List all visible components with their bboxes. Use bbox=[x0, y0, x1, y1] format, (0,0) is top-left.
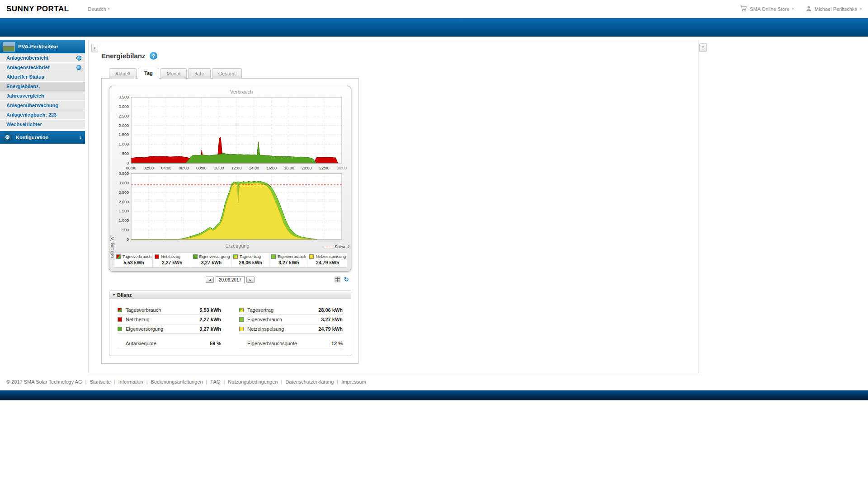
sidebar-item-anlagensteckbrief[interactable]: Anlagensteckbrief bbox=[0, 63, 85, 72]
footer-separator: | bbox=[223, 379, 225, 385]
sidebar-item-energiebilanz[interactable]: Energiebilanz bbox=[0, 82, 85, 91]
footer-link-faq[interactable]: FAQ bbox=[210, 379, 220, 385]
sidebar-item-konfiguration[interactable]: ⚙ Konfiguration › bbox=[0, 131, 85, 144]
verbrauch-chart-title: Verbrauch bbox=[110, 89, 352, 96]
user-menu[interactable]: Michael Perlitschke ▾ bbox=[806, 5, 862, 13]
plant-header[interactable]: PVA-Perlitschke bbox=[0, 40, 85, 53]
footer-link-startseite[interactable]: Startseite bbox=[90, 379, 110, 385]
legend-swatch-icon bbox=[193, 254, 198, 259]
bilanz-label: Netzeinspeisung bbox=[247, 326, 315, 332]
help-icon[interactable]: ? bbox=[150, 52, 157, 60]
sma-online-store-link[interactable]: SMA Online Store ▾ bbox=[740, 5, 794, 13]
svg-text:500: 500 bbox=[122, 151, 129, 156]
sidebar-item-jahresvergleich[interactable]: Jahresvergleich bbox=[0, 91, 85, 101]
svg-text:02:00: 02:00 bbox=[144, 166, 154, 170]
store-label: SMA Online Store bbox=[750, 6, 789, 12]
tab-aktuell[interactable]: Aktuell bbox=[109, 68, 137, 79]
bilanz-quote-row: Eigenverbrauchsquote12 % bbox=[239, 339, 343, 348]
user-name: Michael Perlitschke bbox=[815, 6, 858, 12]
legend-value: 24,79 kWh bbox=[309, 260, 346, 265]
footer-link-information[interactable]: Information bbox=[118, 379, 143, 385]
refresh-icon[interactable]: ↻ bbox=[343, 276, 349, 282]
bilanz-label: Eigenversorgung bbox=[126, 326, 196, 332]
erzeugung-chart: 05001.0001.5002.0002.5003.0003.500 bbox=[110, 172, 352, 242]
next-day-button[interactable]: ► bbox=[246, 277, 255, 283]
legend-label: Eigenversorgung bbox=[199, 254, 230, 259]
svg-text:18:00: 18:00 bbox=[284, 166, 294, 170]
sidebar-item-anlagenlogbuch-223[interactable]: Anlagenlogbuch: 223 bbox=[0, 110, 85, 120]
footer-separator: | bbox=[85, 379, 87, 385]
tab-panel: Leistung [W] Verbrauch 05001.0001.5002.0… bbox=[101, 78, 359, 364]
svg-text:3.500: 3.500 bbox=[118, 95, 129, 99]
svg-text:08:00: 08:00 bbox=[196, 166, 207, 170]
bottom-bar bbox=[0, 390, 868, 400]
table-view-icon[interactable] bbox=[334, 276, 340, 282]
tab-jahr[interactable]: Jahr bbox=[188, 68, 210, 79]
scroll-top-button[interactable]: ^ bbox=[699, 43, 707, 52]
bilanz-swatch-icon bbox=[239, 308, 244, 312]
svg-text:1.500: 1.500 bbox=[118, 132, 129, 137]
page-title: Energiebilanz bbox=[101, 52, 146, 60]
bilanz-label: Eigenverbrauch bbox=[247, 317, 317, 322]
bilanz-swatch-icon bbox=[239, 327, 244, 331]
gear-icon: ⚙ bbox=[3, 133, 12, 142]
svg-text:10:00: 10:00 bbox=[214, 166, 224, 170]
language-label: Deutsch bbox=[88, 6, 106, 12]
bilanz-row: Netzeinspeisung24,79 kWh bbox=[239, 324, 343, 334]
svg-text:1.000: 1.000 bbox=[118, 142, 129, 146]
date-input[interactable] bbox=[216, 276, 245, 283]
legend-swatch-icon bbox=[233, 254, 238, 259]
tab-tag[interactable]: Tag bbox=[138, 68, 159, 79]
bilanz-header[interactable]: ▾ Bilanz bbox=[109, 291, 351, 299]
svg-text:2.000: 2.000 bbox=[118, 200, 129, 204]
svg-text:16:00: 16:00 bbox=[266, 166, 277, 170]
previous-day-button[interactable]: ◄ bbox=[206, 277, 214, 283]
bilanz-quote-label: Autarkiequote bbox=[118, 341, 206, 346]
legend-item-top: Netzbezug bbox=[155, 254, 189, 259]
svg-text:22:00: 22:00 bbox=[319, 166, 330, 170]
footer-link-bedienungsanleitungen[interactable]: Bedienungsanleitungen bbox=[151, 379, 203, 385]
footer-link-datenschutzerkl-rung[interactable]: Datenschutzerklärung bbox=[285, 379, 334, 385]
sidebar-item-label: Energiebilanz bbox=[6, 84, 39, 89]
tab-monat[interactable]: Monat bbox=[160, 68, 187, 79]
sidebar-item-aktueller-status[interactable]: Aktueller Status bbox=[0, 72, 85, 82]
config-label: Konfiguration bbox=[16, 135, 48, 140]
sidebar-item-label: Wechselrichter bbox=[6, 122, 42, 127]
legend-item-top: Netzeinspeisung bbox=[309, 254, 346, 259]
copyright: © 2017 SMA Solar Technology AG bbox=[6, 379, 82, 385]
sollwert-label: Sollwert bbox=[335, 244, 349, 249]
sidebar-item-label: Anlagenüberwachung bbox=[6, 103, 58, 108]
legend-item: Eigenversorgung3,27 kWh bbox=[191, 253, 231, 267]
sidebar-item-wechselrichter[interactable]: Wechselrichter bbox=[0, 120, 85, 129]
legend-value: 2,27 kWh bbox=[155, 260, 189, 265]
legend-item-top: Tagesertrag bbox=[233, 254, 268, 259]
legend-label: Tagesertrag bbox=[240, 254, 261, 259]
user-icon bbox=[806, 5, 812, 13]
sollwert-line-icon bbox=[325, 247, 332, 247]
bilanz-value: 24,79 kWh bbox=[318, 326, 343, 332]
legend-item: Netzeinspeisung24,79 kWh bbox=[307, 253, 347, 267]
svg-text:20:00: 20:00 bbox=[302, 166, 312, 170]
sidebar-item-label: Anlagenübersicht bbox=[6, 55, 48, 61]
sidebar-collapse-button[interactable]: ‹ bbox=[91, 44, 98, 52]
footer-separator: | bbox=[206, 379, 208, 385]
legend-item: Netzbezug2,27 kWh bbox=[153, 253, 191, 267]
legend-value: 28,06 kWh bbox=[233, 260, 268, 265]
chevron-down-icon: ▾ bbox=[108, 7, 110, 11]
globe-icon bbox=[76, 56, 81, 61]
footer-link-impressum[interactable]: Impressum bbox=[341, 379, 366, 385]
footer-separator: | bbox=[281, 379, 282, 385]
sidebar-item-label: Aktueller Status bbox=[6, 74, 44, 80]
svg-text:500: 500 bbox=[122, 228, 129, 232]
sidebar-item-anlagen-bersicht[interactable]: Anlagenübersicht bbox=[0, 53, 85, 63]
bilanz-value: 3,27 kWh bbox=[199, 326, 221, 332]
sidebar-item-anlagen-berwachung[interactable]: Anlagenüberwachung bbox=[0, 101, 85, 110]
legend-label: Tagesverbrauch bbox=[123, 254, 151, 259]
footer-link-nutzungsbedingungen[interactable]: Nutzungsbedingungen bbox=[228, 379, 278, 385]
bilanz-swatch-icon bbox=[239, 317, 244, 322]
top-bar: SUNNY PORTAL Deutsch ▾ SMA Online Store … bbox=[0, 0, 868, 18]
tab-gesamt[interactable]: Gesamt bbox=[212, 68, 242, 79]
bilanz-label: Netzbezug bbox=[126, 317, 196, 322]
svg-text:2.500: 2.500 bbox=[118, 190, 129, 195]
language-selector[interactable]: Deutsch ▾ bbox=[88, 6, 110, 12]
